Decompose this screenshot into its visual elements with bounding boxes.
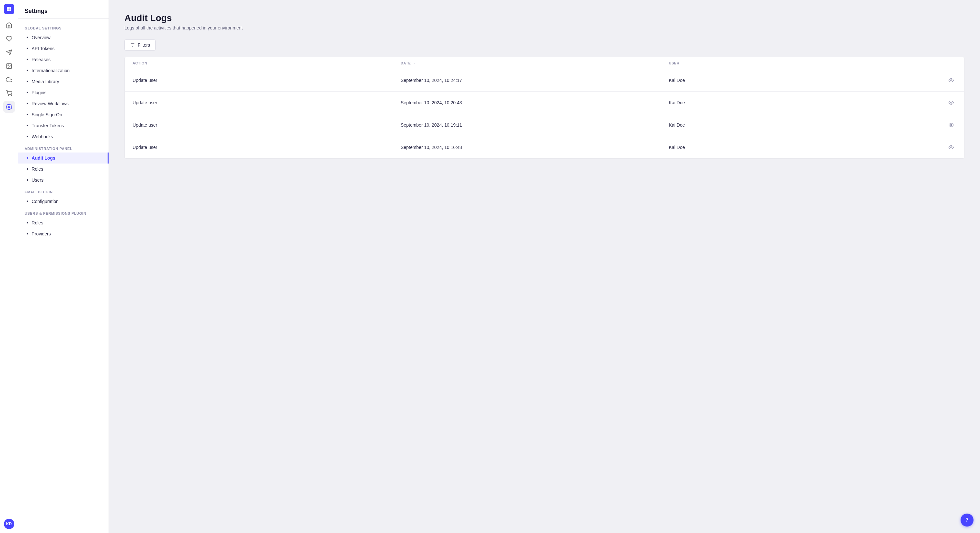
view-row-0-button[interactable]: [946, 75, 956, 86]
cell-date-1: September 10, 2024, 10:20:43: [401, 100, 668, 105]
svg-rect-2: [7, 10, 9, 11]
eye-icon: [948, 122, 954, 128]
view-row-3-button[interactable]: [946, 142, 956, 152]
media-nav-icon[interactable]: [3, 60, 15, 72]
svg-point-9: [11, 95, 11, 96]
section-users-permissions-plugin: USERS & PERMISSIONS PLUGIN: [18, 207, 108, 217]
page-subtitle: Logs of all the activities that happened…: [124, 25, 964, 30]
section-administration-panel: ADMINISTRATION PANEL: [18, 142, 108, 152]
cell-user-3: Kai Doe: [669, 145, 937, 150]
section-email-plugin: EMAIL PLUGIN: [18, 186, 108, 196]
sort-icon: [413, 61, 417, 65]
sidebar-title: Settings: [18, 0, 108, 19]
cell-date-3: September 10, 2024, 10:16:48: [401, 145, 668, 150]
cloud-nav-icon[interactable]: [3, 74, 15, 86]
section-global-settings: GLOBAL SETTINGS: [18, 22, 108, 32]
sidebar-item-plugins[interactable]: Plugins: [18, 87, 108, 98]
sidebar-item-roles[interactable]: Roles: [18, 163, 108, 174]
table-row: Update user September 10, 2024, 10:19:11…: [125, 114, 964, 136]
audit-logs-table: ACTION DATE USER Update user September 1…: [124, 57, 964, 159]
svg-point-17: [950, 147, 952, 148]
cell-action-3: Update user: [132, 145, 401, 150]
help-icon: ?: [966, 517, 969, 523]
table-row: Update user September 10, 2024, 10:20:43…: [125, 92, 964, 114]
eye-icon: [948, 145, 954, 150]
sidebar-item-webhooks[interactable]: Webhooks: [18, 131, 108, 142]
sidebar-item-review-workflows[interactable]: Review Workflows: [18, 98, 108, 109]
sidebar-item-overview[interactable]: Overview: [18, 32, 108, 43]
view-row-2-button[interactable]: [946, 120, 956, 130]
cell-date-2: September 10, 2024, 10:19:11: [401, 122, 668, 128]
cell-action-0: Update user: [132, 78, 401, 83]
sidebar-item-api-tokens[interactable]: API Tokens: [18, 43, 108, 54]
eye-icon: [948, 78, 954, 83]
sidebar-item-transfer-tokens[interactable]: Transfer Tokens: [18, 120, 108, 131]
sidebar-item-configuration[interactable]: Configuration: [18, 196, 108, 207]
content-nav-icon[interactable]: [3, 33, 15, 45]
home-nav-icon[interactable]: [3, 19, 15, 31]
cart-nav-icon[interactable]: [3, 87, 15, 99]
svg-point-16: [950, 124, 952, 125]
column-action: ACTION: [132, 61, 401, 65]
svg-rect-0: [7, 7, 9, 9]
filters-label: Filters: [138, 43, 150, 48]
cell-user-2: Kai Doe: [669, 122, 937, 128]
avatar[interactable]: KD: [4, 519, 14, 529]
sidebar-item-users[interactable]: Users: [18, 174, 108, 186]
svg-rect-1: [10, 7, 11, 9]
main-content: Audit Logs Logs of all the activities th…: [109, 0, 980, 533]
cell-action-2: Update user: [132, 122, 401, 128]
column-date[interactable]: DATE: [401, 61, 668, 65]
cell-user-1: Kai Doe: [669, 100, 937, 105]
svg-rect-3: [10, 10, 11, 11]
sidebar-item-releases[interactable]: Releases: [18, 54, 108, 65]
table-row: Update user September 10, 2024, 10:16:48…: [125, 136, 964, 159]
page-title: Audit Logs: [124, 13, 964, 23]
filters-button[interactable]: Filters: [124, 40, 156, 51]
sidebar-item-single-sign-on[interactable]: Single Sign-On: [18, 109, 108, 120]
column-user: USER: [669, 61, 937, 65]
svg-point-14: [950, 80, 952, 81]
sidebar-item-roles-plugin[interactable]: Roles: [18, 217, 108, 228]
svg-point-8: [8, 95, 8, 96]
filter-icon: [130, 43, 135, 48]
icon-bar: KD: [0, 0, 18, 533]
eye-icon: [948, 100, 954, 105]
cell-date-0: September 10, 2024, 10:24:17: [401, 78, 668, 83]
svg-point-15: [950, 102, 952, 103]
cell-action-1: Update user: [132, 100, 401, 105]
settings-nav-icon[interactable]: [3, 101, 15, 113]
sidebar-item-audit-logs[interactable]: Audit Logs: [18, 152, 108, 163]
builder-nav-icon[interactable]: [3, 47, 15, 58]
cell-user-0: Kai Doe: [669, 78, 937, 83]
table-row: Update user September 10, 2024, 10:24:17…: [125, 69, 964, 92]
app-logo[interactable]: [4, 4, 14, 14]
sidebar-item-internationalization[interactable]: Internationalization: [18, 65, 108, 76]
view-row-1-button[interactable]: [946, 97, 956, 108]
svg-point-10: [8, 106, 10, 108]
sidebar-item-media-library[interactable]: Media Library: [18, 76, 108, 87]
table-header: ACTION DATE USER: [125, 57, 964, 69]
sidebar: Settings GLOBAL SETTINGS Overview API To…: [18, 0, 109, 533]
svg-point-7: [8, 65, 8, 66]
sidebar-item-providers[interactable]: Providers: [18, 228, 108, 239]
help-button[interactable]: ?: [961, 514, 974, 527]
